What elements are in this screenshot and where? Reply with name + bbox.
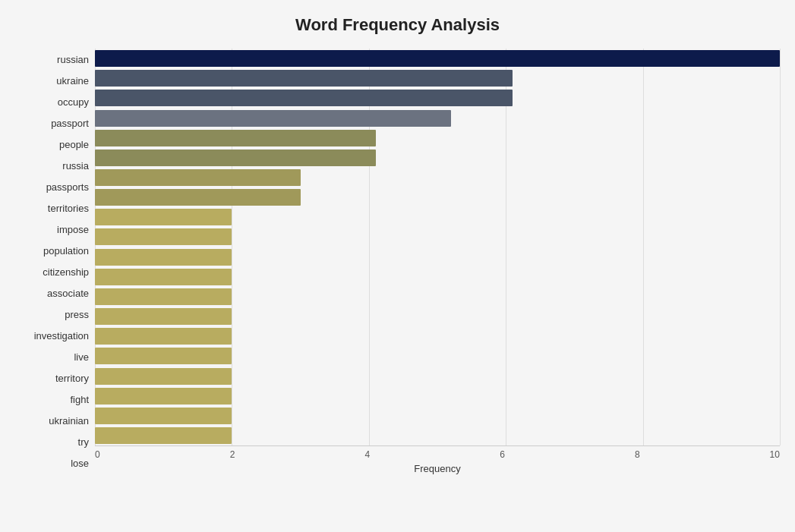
bar: [95, 70, 513, 87]
x-tick: 10: [770, 449, 780, 460]
bar: [95, 209, 232, 225]
chart-title: Word Frequency Analysis: [15, 15, 780, 35]
bars-area: [95, 49, 780, 445]
bar: [95, 110, 451, 127]
x-tick: 6: [500, 449, 505, 460]
bars-and-x: 0246810 Frequency: [95, 49, 780, 474]
y-label: russian: [57, 49, 89, 70]
chart-container: Word Frequency Analysis russianukraineoc…: [0, 0, 795, 532]
y-label: territory: [55, 368, 89, 389]
bar-row: [95, 49, 780, 68]
bar-row: [95, 247, 780, 267]
bar-row: [95, 386, 780, 406]
x-axis: 0246810: [95, 445, 780, 460]
bar-row: [95, 128, 780, 148]
y-label: lose: [71, 453, 89, 474]
y-label: try: [78, 432, 89, 453]
bar-row: [95, 68, 780, 88]
bar: [95, 249, 232, 266]
bar-row: [95, 307, 780, 326]
y-label: population: [43, 240, 89, 261]
bar-row: [95, 367, 780, 386]
bar-row: [95, 207, 780, 227]
x-tick: 4: [364, 449, 370, 460]
y-label: investigation: [34, 326, 89, 347]
bar: [95, 328, 232, 345]
bar: [95, 50, 780, 67]
y-label: press: [65, 304, 89, 326]
y-label: territories: [48, 197, 89, 219]
bar-row: [95, 108, 780, 127]
bar: [95, 130, 376, 146]
chart-area: russianukraineoccupypassportpeoplerussia…: [15, 49, 780, 474]
bar-row: [95, 168, 780, 187]
bar: [95, 348, 232, 364]
y-label: people: [59, 134, 89, 155]
bars-inner: [95, 49, 780, 445]
y-label: live: [74, 347, 89, 368]
y-label: occupy: [58, 91, 89, 112]
bar-row: [95, 426, 780, 445]
bar: [95, 368, 232, 385]
bar-row: [95, 267, 780, 287]
bar-row: [95, 227, 780, 247]
bar: [95, 408, 232, 424]
bar: [95, 288, 232, 305]
bar: [95, 427, 232, 444]
y-label: impose: [57, 219, 89, 240]
y-label: passport: [51, 112, 89, 134]
x-tick: 8: [635, 449, 640, 460]
bar-row: [95, 187, 780, 207]
bar-row: [95, 88, 780, 108]
bar: [95, 189, 301, 206]
bar-row: [95, 326, 780, 346]
bar: [95, 169, 301, 186]
bar-row: [95, 406, 780, 426]
y-label: fight: [70, 389, 89, 411]
bar: [95, 228, 232, 245]
x-axis-label: Frequency: [95, 463, 780, 474]
bar-row: [95, 346, 780, 366]
x-tick: 0: [95, 449, 100, 460]
bar: [95, 90, 513, 106]
y-label: ukrainian: [49, 411, 89, 432]
bar: [95, 388, 232, 405]
grid-line: [780, 49, 781, 445]
y-label: ukraine: [56, 70, 89, 91]
y-label: passports: [46, 176, 89, 197]
y-label: russia: [62, 155, 89, 176]
bar: [95, 150, 376, 166]
y-labels: russianukraineoccupypassportpeoplerussia…: [15, 49, 95, 474]
bar-row: [95, 148, 780, 168]
bar-row: [95, 287, 780, 307]
y-label: citizenship: [43, 261, 89, 282]
bar: [95, 308, 232, 325]
x-tick: 2: [230, 449, 235, 460]
y-label: associate: [47, 283, 89, 304]
bar: [95, 269, 232, 285]
